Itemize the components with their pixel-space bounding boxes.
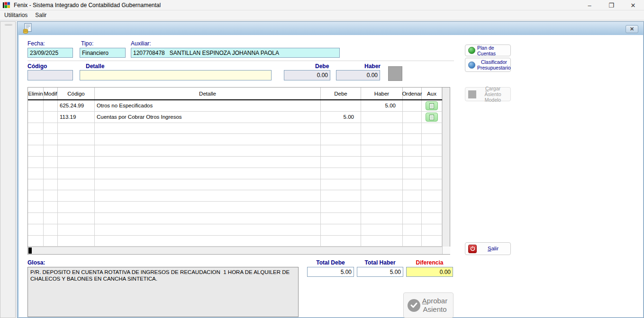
cell-ordenar bbox=[403, 213, 422, 224]
cell-modif bbox=[44, 100, 58, 111]
cell-codigo bbox=[58, 236, 95, 247]
table-header-row: EliminModifCódigoDetalleDebeHaberOrdenar… bbox=[28, 88, 442, 100]
menu-bar: Utilitarios Salir bbox=[0, 10, 644, 20]
cargar-label-2: Modelo bbox=[485, 97, 501, 103]
cell-codigo bbox=[58, 213, 95, 224]
cell-detalle bbox=[95, 190, 321, 201]
cell-ordenar bbox=[403, 179, 422, 190]
panel-grip[interactable] bbox=[5, 24, 12, 26]
cell-ordenar bbox=[403, 112, 422, 123]
cell-detalle bbox=[95, 134, 321, 145]
cell-elimin bbox=[28, 157, 44, 168]
plan-de-cuentas-label: Plan de Cuentas bbox=[477, 45, 508, 56]
glosa-textarea[interactable]: P/R. DEPOSITO EN CUENTA ROTATIVA DE INGR… bbox=[27, 267, 299, 317]
cell-ordenar bbox=[403, 202, 422, 212]
app-logo-icon bbox=[3, 2, 10, 9]
table-row bbox=[28, 202, 442, 213]
cell-codigo bbox=[58, 202, 95, 212]
auxiliar-field[interactable]: 1207708478 SANTILLAN ESPINOZA JOHANNA PA… bbox=[131, 48, 340, 58]
left-collapsed-panel[interactable] bbox=[0, 21, 16, 318]
column-header-haber: Haber bbox=[361, 88, 403, 99]
cell-modif bbox=[44, 112, 58, 123]
cell-codigo bbox=[58, 123, 95, 134]
asiento-table: EliminModifCódigoDetalleDebeHaberOrdenar… bbox=[27, 87, 450, 255]
aux-button[interactable] bbox=[426, 113, 438, 122]
restore-button[interactable]: ❐ bbox=[600, 0, 622, 10]
cell-haber bbox=[361, 157, 403, 168]
table-row bbox=[28, 168, 442, 179]
aprobar-asiento-button[interactable]: Aprobar Asiento bbox=[403, 292, 454, 318]
cell-detalle bbox=[95, 213, 321, 224]
cell-modif bbox=[44, 213, 58, 224]
cell-codigo bbox=[58, 134, 95, 145]
tipo-field[interactable]: Financiero bbox=[80, 48, 126, 58]
cell-detalle bbox=[95, 168, 321, 179]
cell-codigo: 113.19 bbox=[58, 112, 95, 123]
cell-elimin bbox=[28, 224, 44, 235]
haber-input[interactable]: 0.00 bbox=[336, 70, 380, 80]
column-header-debe: Debe bbox=[321, 88, 361, 99]
cargar-asiento-modelo-button[interactable]: Cargar Asiento Modelo bbox=[465, 87, 511, 101]
cell-ordenar bbox=[403, 157, 422, 168]
cell-aux bbox=[422, 145, 442, 156]
menu-salir[interactable]: Salir bbox=[31, 11, 50, 19]
codigo-input[interactable] bbox=[27, 70, 73, 80]
glosa-label: Glosa: bbox=[27, 259, 45, 266]
cargar-label-1: Cargar Asiento bbox=[484, 86, 501, 97]
cell-detalle bbox=[95, 157, 321, 168]
child-close-button[interactable]: ✕ bbox=[626, 25, 638, 33]
table-horizontal-scrollbar[interactable] bbox=[28, 247, 442, 254]
cell-modif bbox=[44, 145, 58, 156]
cell-modif bbox=[44, 224, 58, 235]
cell-haber bbox=[361, 202, 403, 212]
cell-haber bbox=[361, 179, 403, 190]
window-title: Fenix - Sistema Integrado de Contabilida… bbox=[14, 2, 161, 9]
cell-detalle: Cuentas por Cobrar Otros Ingresos bbox=[95, 112, 321, 123]
total-debe-field: 5.00 bbox=[307, 267, 354, 277]
cell-ordenar bbox=[403, 134, 422, 145]
table-vertical-scrollbar[interactable] bbox=[442, 88, 450, 254]
cell-debe bbox=[321, 202, 361, 212]
cell-detalle bbox=[95, 224, 321, 235]
scrollbar-corner bbox=[443, 247, 450, 254]
cell-modif bbox=[44, 168, 58, 179]
add-entry-button[interactable] bbox=[388, 66, 402, 81]
debe-label: Debe bbox=[315, 63, 329, 70]
cell-elimin bbox=[28, 190, 44, 201]
table-row[interactable]: 625.24.99Otros no Especificados5.00 bbox=[28, 100, 442, 112]
cell-elimin bbox=[28, 213, 44, 224]
cell-modif bbox=[44, 157, 58, 168]
cell-aux bbox=[422, 134, 442, 145]
detalle-input[interactable] bbox=[80, 70, 272, 80]
table-row[interactable]: 113.19Cuentas por Cobrar Otros Ingresos5… bbox=[28, 112, 442, 123]
cell-debe bbox=[321, 134, 361, 145]
table-row bbox=[28, 145, 442, 157]
debe-input[interactable]: 0.00 bbox=[284, 70, 330, 80]
cell-aux bbox=[422, 224, 442, 235]
plan-de-cuentas-button[interactable]: Plan de Cuentas bbox=[465, 44, 511, 56]
clasificador-presupuestario-button[interactable]: Clasificador Presupuestario bbox=[465, 58, 511, 72]
cell-elimin bbox=[28, 100, 44, 111]
tipo-label: Tipo: bbox=[81, 40, 93, 47]
cell-debe bbox=[321, 123, 361, 134]
cell-aux bbox=[422, 100, 442, 111]
menu-utilitarios[interactable]: Utilitarios bbox=[0, 11, 31, 19]
close-button[interactable]: ✕ bbox=[622, 0, 644, 10]
cell-aux bbox=[422, 112, 442, 123]
table-row bbox=[28, 157, 442, 168]
cell-haber bbox=[361, 134, 403, 145]
diferencia-label: Diferencia bbox=[406, 259, 453, 266]
aprobar-label-1: Aprobar bbox=[422, 297, 447, 305]
cell-elimin bbox=[28, 134, 44, 145]
scrollbar-thumb[interactable] bbox=[28, 247, 32, 254]
total-haber-field: 5.00 bbox=[357, 267, 403, 277]
cell-detalle bbox=[95, 145, 321, 156]
salir-button[interactable]: Salir bbox=[465, 242, 511, 255]
fecha-label: Fecha: bbox=[27, 40, 45, 47]
aux-button[interactable] bbox=[426, 101, 438, 110]
asiento-window: ✕ Fecha: 23/09/2025 Tipo: Financiero Aux… bbox=[17, 21, 644, 318]
clasificador-label-1: Clasificador bbox=[481, 59, 507, 65]
minimize-button[interactable]: – bbox=[579, 0, 600, 10]
cell-detalle: Otros no Especificados bbox=[95, 100, 321, 111]
fecha-field[interactable]: 23/09/2025 bbox=[27, 48, 73, 58]
